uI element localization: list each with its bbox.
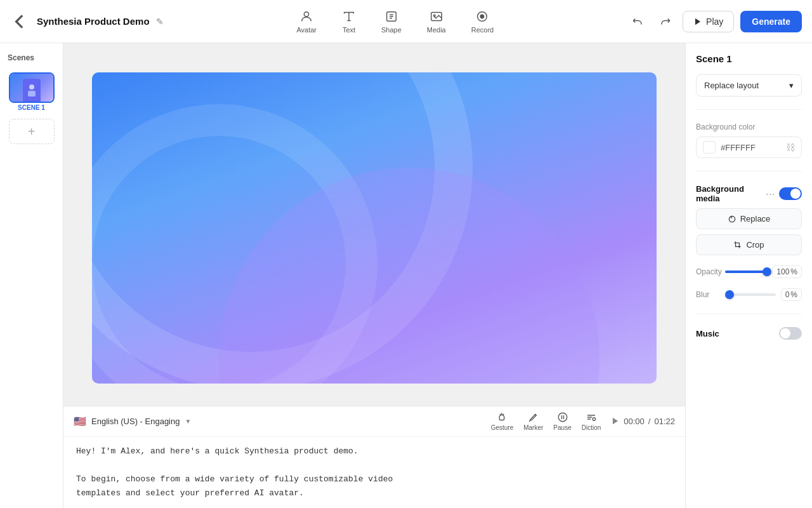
edit-title-icon[interactable]: ✎ [156, 17, 164, 27]
avatar-tool[interactable]: Avatar [286, 6, 327, 37]
blur-value-box: 0 % [781, 288, 802, 301]
bg-media-header: Background media ··· [696, 184, 802, 203]
record-tool-label: Record [471, 26, 494, 34]
media-tool-label: Media [427, 26, 446, 34]
script-area: 🇺🇸 English (US) - Engaging ▼ Gesture [63, 406, 685, 508]
script-line-2: To begin, choose from a wide variety of … [76, 474, 393, 484]
replace-bg-label: Replace [740, 214, 771, 224]
media-tool[interactable]: Media [417, 6, 456, 37]
bg-media-toggle[interactable] [779, 187, 802, 200]
bg-media-dots-button[interactable]: ··· [766, 189, 775, 199]
text-tool-label: Text [343, 26, 355, 34]
blur-unit: % [790, 290, 797, 299]
blur-label: Blur [696, 290, 720, 299]
add-scene-button[interactable]: + [9, 119, 55, 144]
language-selector[interactable]: 🇺🇸 English (US) - Engaging ▼ [74, 415, 191, 427]
time-separator: / [648, 417, 651, 426]
link-icon: ⛓ [786, 142, 795, 152]
diction-label: Diction [582, 424, 601, 431]
time-display: 00:00 / 01:22 [611, 417, 675, 426]
undo-button[interactable] [627, 11, 648, 32]
replace-layout-chevron: ▾ [789, 81, 794, 90]
replace-layout-button[interactable]: Replace layout ▾ [696, 74, 802, 97]
script-line-1: Hey! I'm Alex, and here's a quick Synthe… [76, 446, 358, 456]
gesture-button[interactable]: Gesture [491, 411, 514, 431]
scene-thumb-bg [10, 74, 53, 102]
opacity-label: Opacity [696, 267, 720, 276]
shape-tool[interactable]: Shape [371, 6, 412, 37]
opacity-value-box: 100 % [772, 265, 802, 278]
language-label: English (US) - Engaging [91, 417, 180, 426]
shape-tool-label: Shape [381, 26, 402, 34]
marker-button[interactable]: Marker [523, 411, 543, 431]
generate-label: Generate [752, 17, 790, 27]
opacity-value: 100 [776, 267, 789, 276]
topbar: Synthesia Product Demo ✎ Avatar Text Sha… [0, 0, 812, 43]
project-title: Synthesia Product Demo [37, 16, 150, 27]
pause-button[interactable]: Pause [553, 411, 571, 431]
replace-layout-section: Replace layout ▾ [696, 74, 802, 97]
svg-point-9 [558, 413, 567, 422]
main-content: Scenes SCENE 1 + [0, 43, 812, 508]
music-label: Music [696, 329, 719, 338]
opacity-slider[interactable] [725, 271, 767, 273]
blur-thumb[interactable] [725, 290, 734, 299]
bg-media-label: Background media [696, 184, 766, 203]
divider-1 [696, 109, 802, 110]
avatar-tool-label: Avatar [296, 26, 317, 34]
time-play-icon [611, 417, 620, 425]
bg-media-controls: ··· [766, 187, 802, 200]
svg-marker-11 [613, 418, 618, 425]
redo-button[interactable] [655, 11, 676, 32]
opacity-thumb[interactable] [763, 267, 771, 276]
time-total: 01:22 [654, 417, 675, 426]
bg-color-label: Background color [696, 123, 802, 131]
blur-slider[interactable] [725, 293, 776, 296]
text-tool[interactable]: Text [332, 6, 366, 37]
script-line-3: templates and select your preferred AI a… [76, 488, 304, 498]
scene-canvas[interactable] [92, 72, 657, 384]
canvas-wrapper [63, 43, 685, 406]
pause-label: Pause [553, 424, 571, 431]
crop-bg-label: Crop [746, 240, 764, 250]
svg-point-0 [304, 11, 309, 16]
topbar-left: Synthesia Product Demo ✎ [10, 11, 164, 32]
generate-button[interactable]: Generate [740, 11, 802, 32]
scene-1-container: SCENE 1 [9, 72, 55, 111]
svg-point-10 [593, 417, 596, 420]
scene-avatar-preview [23, 79, 41, 102]
svg-marker-6 [695, 18, 700, 25]
time-current: 00:00 [624, 417, 645, 426]
chevron-down-icon: ▼ [185, 418, 191, 425]
record-tool[interactable]: Record [461, 6, 504, 37]
flag-icon: 🇺🇸 [74, 415, 86, 427]
blur-value: 0 [785, 290, 790, 299]
bg-color-section: Background color #FFFFFF ⛓ [696, 123, 802, 158]
bg-media-section: Background media ··· Replace Crop [696, 184, 802, 255]
scene-1-thumbnail[interactable] [9, 72, 55, 103]
divider-2 [696, 171, 802, 171]
color-swatch [703, 141, 716, 154]
opacity-fill [725, 271, 767, 273]
opacity-unit: % [790, 267, 797, 276]
canvas-area: 🇺🇸 English (US) - Engaging ▼ Gesture [63, 43, 685, 508]
svg-rect-8 [28, 91, 36, 97]
script-toolbar: 🇺🇸 English (US) - Engaging ▼ Gesture [63, 406, 685, 437]
color-value: #FFFFFF [721, 143, 781, 152]
topbar-actions: Play Generate [627, 11, 802, 32]
diction-button[interactable]: Diction [582, 411, 601, 431]
svg-point-7 [29, 84, 34, 90]
script-text[interactable]: Hey! I'm Alex, and here's a quick Synthe… [63, 437, 685, 508]
crop-bg-button[interactable]: Crop [696, 234, 802, 255]
replace-bg-button[interactable]: Replace [696, 208, 802, 229]
play-button[interactable]: Play [683, 11, 734, 32]
bg-color-row[interactable]: #FFFFFF ⛓ [696, 137, 802, 158]
opacity-row: Opacity 100 % [696, 265, 802, 278]
back-button[interactable] [10, 11, 30, 32]
play-label: Play [706, 17, 723, 27]
panel-title: Scene 1 [696, 53, 802, 64]
script-controls: Gesture Marker Pause [491, 411, 675, 431]
music-toggle[interactable] [779, 327, 802, 340]
replace-layout-label: Replace layout [704, 81, 759, 90]
marker-label: Marker [523, 424, 543, 431]
